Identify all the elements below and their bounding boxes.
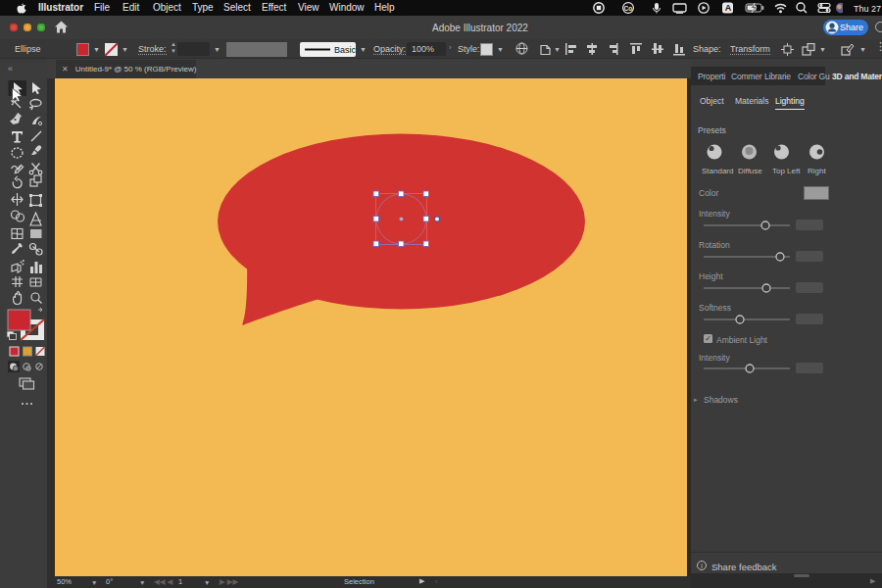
svg-text:«: « — [8, 64, 13, 74]
svg-text:A: A — [725, 3, 732, 13]
svg-text:Basic: Basic — [334, 45, 356, 55]
svg-text:Co: Co — [624, 5, 633, 12]
